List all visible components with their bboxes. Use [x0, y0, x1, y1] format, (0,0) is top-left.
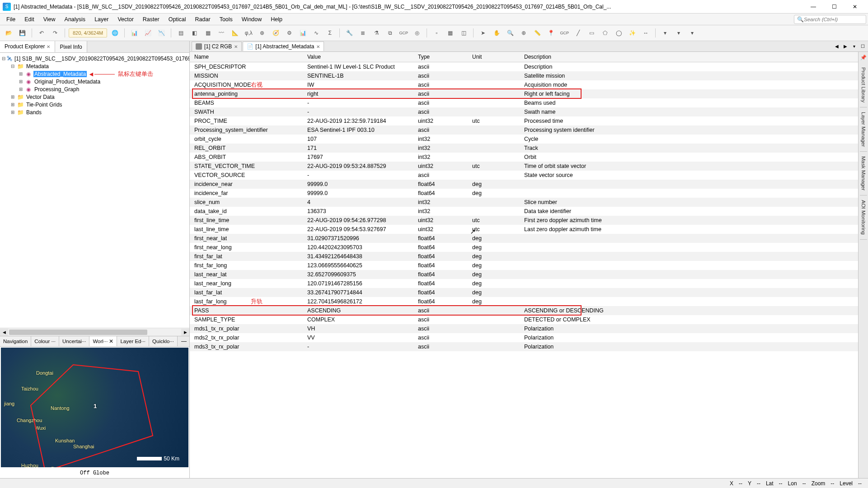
- menu-layer[interactable]: Layer: [90, 14, 113, 24]
- table-row[interactable]: incidence_far99999.0float64deg: [190, 189, 868, 198]
- bl-tab[interactable]: Layer Ed···: [117, 336, 149, 346]
- editor-tab-metadata[interactable]: 📄 [1] Abstracted_Metadata ✕: [243, 42, 324, 51]
- filter-icon[interactable]: ▦: [202, 27, 214, 39]
- band-icon[interactable]: ▤: [175, 27, 187, 39]
- pin-icon[interactable]: 📍: [545, 27, 557, 39]
- table-row[interactable]: incidence_near99999.0float64deg: [190, 180, 868, 189]
- maximize-button[interactable]: ☐: [824, 0, 845, 14]
- close-button[interactable]: ✕: [845, 0, 865, 14]
- profile-icon[interactable]: 〰: [216, 27, 227, 39]
- table-row[interactable]: mds3_tx_rx_polar-asciiPolarization: [190, 342, 868, 351]
- bl-tab[interactable]: Navigation: [0, 336, 31, 346]
- globe-icon[interactable]: 🌐: [109, 27, 121, 39]
- dropdown2-icon[interactable]: ▾: [673, 27, 685, 39]
- table-row[interactable]: SPH_DESCRIPTORSentinel-1 IW Level-1 SLC …: [190, 62, 868, 72]
- bl-tab[interactable]: Worl··· ✕: [89, 336, 117, 346]
- plot-icon[interactable]: ∿: [310, 27, 322, 39]
- dropdown3-icon[interactable]: ▾: [686, 27, 698, 39]
- mask-icon[interactable]: ◧: [188, 27, 200, 39]
- table-row[interactable]: ABS_ORBIT17697int32Orbit: [190, 153, 868, 162]
- stats-icon[interactable]: 📊: [128, 27, 140, 39]
- table-row[interactable]: last_far_lat33.267417907714844float64deg: [190, 288, 868, 297]
- tree-item[interactable]: ⊞ 📁 Bands: [2, 108, 188, 116]
- draw-rect-icon[interactable]: ▭: [586, 27, 597, 39]
- pan-icon[interactable]: ✋: [491, 27, 502, 39]
- tree-item[interactable]: ⊟ 📁 Metadata: [2, 62, 188, 70]
- bl-tab[interactable]: Uncertai···: [59, 336, 89, 346]
- table-row[interactable]: SAMPLE_TYPECOMPLEXasciiDETECTED or COMPL…: [190, 315, 868, 324]
- table-row[interactable]: first_line_time22-AUG-2019 09:54:26.9772…: [190, 216, 868, 225]
- draw-poly-icon[interactable]: ⬠: [599, 27, 611, 39]
- table-row[interactable]: first_near_long120.44202423095703float64…: [190, 243, 868, 252]
- zoom-icon[interactable]: 🔍: [504, 27, 516, 39]
- table-row[interactable]: STATE_VECTOR_TIME22-AUG-2019 09:53:24.88…: [190, 162, 868, 171]
- metadata-table-wrapper[interactable]: NameValueTypeUnitDescription SPH_DESCRIP…: [190, 52, 868, 478]
- table-row[interactable]: mds2_tx_rx_polarVVasciiPolarization: [190, 333, 868, 342]
- table-row[interactable]: data_take_id136373int32Data take identif…: [190, 207, 868, 216]
- geo-icon[interactable]: ⊕: [256, 27, 268, 39]
- table-row[interactable]: REL_ORBIT171int32Track: [190, 144, 868, 153]
- menu-edit[interactable]: Edit: [20, 14, 39, 24]
- table-row[interactable]: BEAMS-asciiBeams used: [190, 98, 868, 107]
- menu-raster[interactable]: Raster: [138, 14, 164, 24]
- menu-analysis[interactable]: Analysis: [60, 14, 90, 24]
- dock-panel-tab[interactable]: Product Library: [860, 63, 867, 107]
- crosshair-icon[interactable]: ⊕: [518, 27, 530, 39]
- open-icon[interactable]: 📂: [3, 27, 14, 39]
- graph-icon[interactable]: 📊: [297, 27, 309, 39]
- minimize-icon[interactable]: —: [178, 336, 190, 346]
- spectrum-icon[interactable]: 📐: [229, 27, 241, 39]
- pin-icon[interactable]: 📌: [859, 53, 868, 61]
- dock-panel-tab[interactable]: Mask Manager: [860, 152, 867, 195]
- scroll-right-icon[interactable]: ▶: [181, 329, 189, 336]
- table-row[interactable]: orbit_cycle107int32Cycle: [190, 135, 868, 144]
- tree-item[interactable]: ⊞ 📁 Vector Data: [2, 93, 188, 101]
- tree-item[interactable]: ⊟ 🛰 [1] S1B_IW_SLC__1SDV_20190822T095426…: [2, 55, 188, 62]
- table-row[interactable]: first_far_lat31.434921264648438float64de…: [190, 252, 868, 261]
- table-row[interactable]: slice_num4int32Slice number: [190, 198, 868, 207]
- pixel-icon[interactable]: ▫: [431, 27, 442, 39]
- bl-tab[interactable]: Colour ···: [31, 336, 59, 346]
- column-header[interactable]: Unit: [468, 52, 520, 62]
- bl-tab[interactable]: Quicklo···: [149, 336, 178, 346]
- dock-panel-tab[interactable]: AOI Monitoring: [860, 195, 867, 240]
- column-header[interactable]: Description: [520, 52, 868, 62]
- dropdown-icon[interactable]: ▾: [850, 43, 858, 50]
- tab-pixel-info[interactable]: Pixel Info: [55, 41, 87, 52]
- tool-icon[interactable]: ⚙: [283, 27, 295, 39]
- wrench-icon[interactable]: 🔧: [343, 27, 355, 39]
- gcp-icon[interactable]: GCP: [398, 27, 409, 39]
- table-row[interactable]: MISSIONSENTINEL-1BasciiSatellite mission: [190, 71, 868, 80]
- menu-vector[interactable]: Vector: [113, 14, 138, 24]
- table-row[interactable]: VECTOR_SOURCE-asciiState vector source: [190, 171, 868, 180]
- graph-builder-icon[interactable]: ◎: [411, 27, 423, 39]
- close-icon[interactable]: ✕: [234, 44, 238, 49]
- tree-item[interactable]: ⊞ 📁 Tie-Point Grids: [2, 101, 188, 108]
- phi-lambda-icon[interactable]: φ,λ: [243, 27, 254, 39]
- compass-icon[interactable]: 🧭: [270, 27, 282, 39]
- prev-tab-icon[interactable]: ◀: [833, 43, 840, 50]
- column-header[interactable]: Name: [190, 52, 303, 62]
- table-row[interactable]: first_near_lat31.02907371520996float64de…: [190, 234, 868, 243]
- table-row[interactable]: last_far_long122.70415496826172float64de…: [190, 297, 868, 306]
- maximize-icon[interactable]: ☐: [859, 43, 866, 50]
- gcp2-icon[interactable]: GCP: [558, 27, 570, 39]
- close-icon[interactable]: ✕: [316, 44, 320, 49]
- scroll-track[interactable]: [8, 329, 181, 335]
- scroll-left-icon[interactable]: ◀: [0, 329, 8, 336]
- batch-icon[interactable]: ⧉: [384, 27, 396, 39]
- process-icon[interactable]: ⚗: [371, 27, 382, 39]
- sigma-icon[interactable]: Σ: [324, 27, 336, 39]
- table-row[interactable]: first_far_long123.06695556640625float64d…: [190, 261, 868, 270]
- table-row[interactable]: mds1_tx_rx_polarVHasciiPolarization: [190, 324, 868, 333]
- menu-file[interactable]: File: [2, 14, 20, 24]
- magic-icon[interactable]: ✨: [626, 27, 638, 39]
- table-row[interactable]: PASSASCENDINGasciiASCENDING or DESCENDIN…: [190, 306, 868, 315]
- table-row[interactable]: PROC_TIME22-AUG-2019 12:32:59.719184uint…: [190, 116, 868, 125]
- chart-icon[interactable]: 📉: [155, 27, 167, 39]
- layers-icon[interactable]: ≣: [357, 27, 369, 39]
- tree-hscroll[interactable]: ◀ ▶: [0, 328, 189, 336]
- table-row[interactable]: last_line_time22-AUG-2019 09:54:53.92769…: [190, 225, 868, 234]
- undo-icon[interactable]: ↶: [36, 27, 47, 39]
- tree-item[interactable]: ⊞ ◉ Original_Product_Metadata: [2, 78, 188, 85]
